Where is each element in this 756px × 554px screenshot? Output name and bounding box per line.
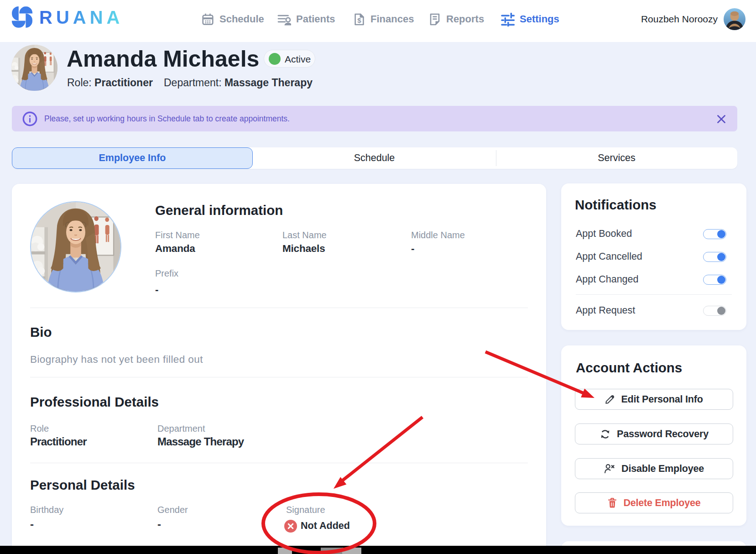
svg-text:$: $ <box>357 16 361 24</box>
